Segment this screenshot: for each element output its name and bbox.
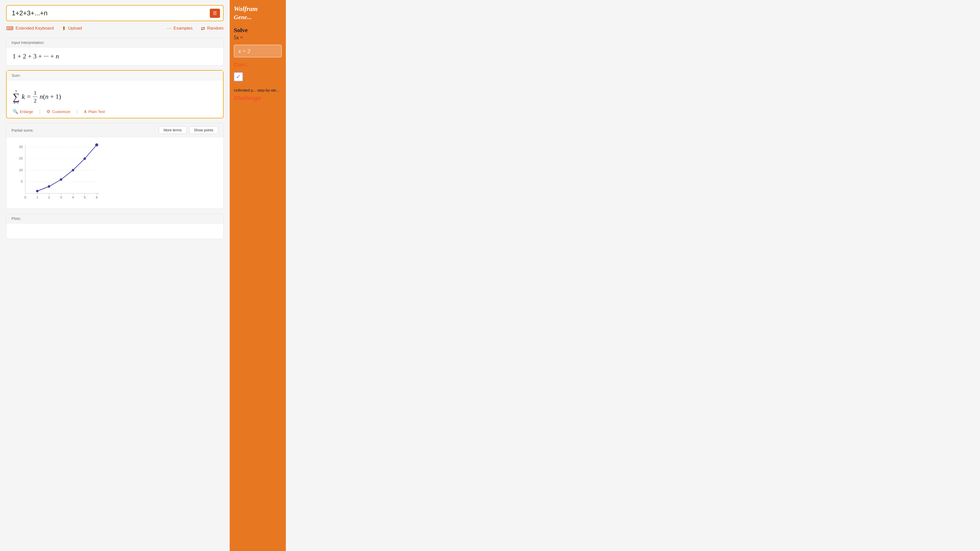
show-points-button[interactable]: Show points: [189, 126, 218, 134]
sum-section: Sum: n ∑ k=1 k = 1: [6, 70, 224, 118]
extended-keyboard-label: Extended Keyboard: [16, 26, 54, 31]
svg-text:3: 3: [60, 195, 62, 199]
svg-text:2: 2: [48, 195, 50, 199]
customize-icon: ⚙: [46, 109, 50, 114]
svg-text:0: 0: [24, 195, 26, 199]
plain-text-label: Plain Text: [88, 110, 105, 114]
plots-section: Plots:: [6, 213, 224, 239]
upload-button[interactable]: ⬆ Upload: [62, 25, 82, 32]
chart-point-5: [83, 157, 86, 160]
chart-container: 5 10 15 20 0 1 2 3 4 5 6: [13, 142, 104, 205]
input-interpretation-section: Input interpretation: 1 + 2 + 3 + ··· + …: [6, 38, 224, 65]
chart-point-2: [48, 185, 50, 188]
menu-button[interactable]: ☰: [210, 9, 220, 18]
upload-label: Upload: [68, 26, 82, 31]
chart-point-3: [60, 178, 62, 181]
input-interpretation-display: 1 + 2 + 3 + ··· + n: [13, 52, 59, 60]
svg-text:10: 10: [19, 168, 23, 172]
sum-body: n ∑ k=1 k = 1 2 n(n + 1): [6, 80, 223, 118]
random-button[interactable]: ⇄ Random: [201, 25, 224, 32]
sidebar-brand-line2: Gene...: [234, 14, 282, 21]
sum-header: Sum:: [6, 71, 223, 80]
search-bar: ☰: [6, 5, 224, 21]
plain-text-icon: A: [84, 109, 86, 114]
page-wrapper: ☰ ⌨ Extended Keyboard ⬆ Upload ⋯ Example…: [0, 0, 980, 551]
svg-text:6: 6: [96, 195, 97, 199]
customize-label: Customize: [52, 110, 70, 114]
sidebar-unlimited: Unlimited p... step-by-ste...: [234, 87, 282, 93]
plain-text-button[interactable]: A Plain Text: [84, 109, 105, 114]
examples-label: Examples: [173, 26, 192, 31]
enlarge-button[interactable]: 🔍 Enlarge: [13, 109, 33, 114]
svg-text:5: 5: [84, 195, 86, 199]
svg-text:4: 4: [72, 195, 74, 199]
partial-sums-section: Partial sums: More terms Show points: [6, 123, 224, 209]
input-interpretation-label: Input interpretation:: [11, 40, 45, 44]
more-terms-button[interactable]: More terms: [159, 126, 186, 134]
input-interpretation-body: 1 + 2 + 3 + ··· + n: [6, 48, 223, 65]
sidebar: Wolfram Gene... Solve 5x = x = 2 Corr...…: [230, 0, 286, 551]
sum-actions: 🔍 Enlarge | ⚙ Customize | A Plain Text: [13, 109, 217, 114]
separator-1: |: [39, 109, 41, 114]
sidebar-inner: Wolfram Gene... Solve 5x = x = 2 Corr...…: [230, 0, 286, 106]
sidebar-correct: Corr...: [234, 62, 282, 68]
plots-body: [6, 224, 223, 239]
sidebar-check-container[interactable]: ✓: [234, 72, 243, 81]
random-label: Random: [207, 26, 224, 31]
sidebar-checkmark: ✓: [236, 73, 241, 80]
svg-text:15: 15: [19, 156, 23, 160]
partial-sums-body: 5 10 15 20 0 1 2 3 4 5 6: [6, 137, 223, 209]
upload-icon: ⬆: [62, 25, 66, 32]
sidebar-challenge: Challenge: [234, 95, 282, 102]
sum-label: Sum:: [12, 73, 21, 78]
partial-sums-buttons: More terms Show points: [159, 126, 218, 134]
sum-formula: n ∑ k=1 k = 1 2 n(n + 1): [13, 86, 217, 104]
plots-label: Plots:: [11, 216, 21, 221]
svg-text:5: 5: [21, 179, 23, 183]
extended-keyboard-button[interactable]: ⌨ Extended Keyboard: [6, 25, 54, 32]
svg-text:20: 20: [19, 145, 23, 149]
main-content: ☰ ⌨ Extended Keyboard ⬆ Upload ⋯ Example…: [0, 0, 230, 551]
partial-sums-chart: 5 10 15 20 0 1 2 3 4 5 6: [13, 142, 104, 203]
examples-button[interactable]: ⋯ Examples: [166, 25, 192, 32]
chart-point-4: [72, 169, 74, 171]
partial-sums-header: Partial sums: More terms Show points: [6, 123, 223, 137]
toolbar: ⌨ Extended Keyboard ⬆ Upload ⋯ Examples …: [6, 25, 224, 32]
sidebar-brand-line1: Wolfram: [234, 5, 282, 13]
search-input[interactable]: [10, 6, 210, 21]
sidebar-answer-box: x = 2: [234, 44, 282, 57]
random-icon: ⇄: [201, 25, 205, 32]
keyboard-icon: ⌨: [6, 25, 14, 32]
toolbar-right: ⋯ Examples ⇄ Random: [166, 25, 224, 32]
input-interpretation-header: Input interpretation:: [6, 38, 223, 48]
chart-point-1: [36, 190, 38, 192]
menu-icon: ☰: [213, 11, 217, 16]
grid-icon: ⋯: [166, 25, 172, 32]
plots-header: Plots:: [6, 214, 223, 224]
enlarge-icon: 🔍: [13, 109, 18, 114]
chart-point-6: [95, 143, 98, 146]
sidebar-solve-label: Solve: [234, 27, 282, 34]
svg-text:1: 1: [36, 195, 38, 199]
customize-button[interactable]: ⚙ Customize: [46, 109, 70, 114]
sidebar-answer: x = 2: [239, 48, 250, 54]
partial-sums-label: Partial sums:: [11, 128, 34, 132]
separator-2: |: [76, 109, 78, 114]
enlarge-label: Enlarge: [20, 110, 33, 114]
sidebar-solve-eq: 5x =: [234, 35, 282, 41]
